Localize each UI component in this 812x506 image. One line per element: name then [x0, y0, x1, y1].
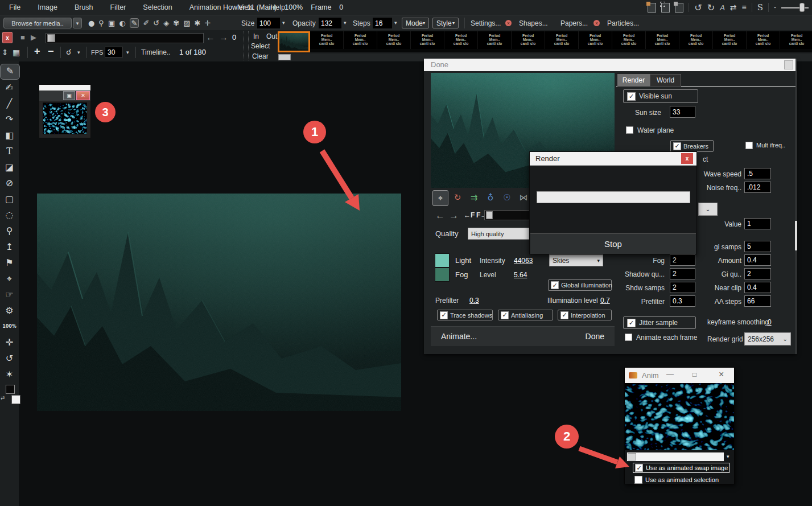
timeline-frame[interactable]: PeriodMem..canti slo [310, 31, 344, 49]
list-icon[interactable]: ≡ [742, 3, 747, 12]
opacity-dropdown[interactable]: ▾ [344, 20, 347, 26]
undo-stroke-tool-icon[interactable]: ↺ [0, 351, 19, 367]
prefilter-value[interactable]: 0.3 [469, 297, 479, 305]
clipboard-icon[interactable]: ▣ [108, 19, 115, 27]
grab-image-icon[interactable] [648, 3, 656, 13]
anim-titlebar[interactable]: Anim — □ × [625, 368, 734, 383]
value-field[interactable]: 1 [744, 218, 771, 229]
timeline-frame[interactable]: PeriodMem..canti slo [780, 31, 812, 49]
fps-field[interactable]: 30 [105, 47, 123, 57]
timeline-button[interactable]: Timeline.. [141, 48, 171, 56]
timeline-frame[interactable]: PeriodMem..canti slo [579, 31, 612, 49]
sun-size-field[interactable]: 33 [670, 106, 695, 118]
frame-scrollbar-handle[interactable] [278, 54, 291, 60]
panel-scrollbar-thumb[interactable] [795, 221, 797, 250]
skies-dropdown[interactable]: Skies▾ [549, 254, 603, 266]
pick-text-icon[interactable]: A [720, 3, 725, 12]
star-tool-icon[interactable]: ✶ [0, 367, 19, 382]
trace-shadows-checkbox[interactable]: ✓Trace shadows [437, 310, 493, 320]
prev-keyframe-icon[interactable]: ←F [464, 211, 475, 219]
swap-window-restore-button[interactable]: ▣ [63, 91, 75, 100]
paint-hand-tool-icon[interactable]: ✍ [0, 80, 19, 96]
brush-dot-icon[interactable]: ● [88, 19, 94, 27]
next-frame-icon[interactable]: → [219, 32, 228, 43]
lasso-tool-icon[interactable]: ⚲ [0, 223, 19, 239]
render-dialog-titlebar[interactable]: Render x [530, 152, 696, 166]
timeline-close-button[interactable]: x [2, 32, 13, 43]
redo-icon[interactable]: ↻ [707, 2, 715, 13]
stop-icon[interactable]: ■ [20, 33, 25, 42]
film-icon[interactable]: ▦ [13, 48, 20, 57]
shapes-button[interactable]: Shapes... [519, 19, 548, 27]
steps-field[interactable]: 16 [373, 18, 392, 28]
gear-tool-icon[interactable]: ⚙ [0, 303, 19, 319]
clear-button[interactable]: Clear [252, 52, 269, 60]
browse-media-button[interactable]: Browse for media.. [3, 18, 72, 28]
crosshair-icon[interactable]: ✛ [204, 19, 211, 27]
menu-selection[interactable]: Selection [142, 3, 173, 11]
undo-icon[interactable]: ↺ [694, 2, 702, 13]
out-button[interactable]: Out [266, 32, 277, 40]
curve-tool-icon[interactable]: ↷ [0, 112, 19, 127]
halftone-icon[interactable]: ◐ [119, 19, 125, 27]
frame-position-handle[interactable] [486, 211, 493, 219]
prev-frame-icon[interactable]: ← [206, 32, 215, 43]
asterisk-icon[interactable]: ✱ [194, 19, 200, 27]
prefilter-right-field[interactable]: 0.3 [670, 295, 695, 307]
pencil-box-icon[interactable]: ✎ [130, 18, 139, 28]
tab-world[interactable]: World [650, 74, 681, 87]
intensity-value[interactable]: 44063 [514, 257, 533, 265]
nav-prev-icon[interactable]: ← [435, 210, 445, 221]
spiral-icon[interactable]: ↺ [153, 19, 159, 27]
clone-target-tool-icon[interactable]: ⌖ [0, 271, 19, 287]
tab-render[interactable]: Render [617, 74, 650, 87]
mult-ifreq-checkbox[interactable] [745, 142, 753, 149]
polyline-tool-icon[interactable]: ╱ [0, 96, 19, 112]
swap-image-thumbnail[interactable] [43, 102, 87, 134]
level-value[interactable]: 5.64 [514, 271, 527, 279]
anim-maximize-button[interactable]: □ [693, 371, 696, 379]
anim-minimize-button[interactable]: — [666, 370, 674, 379]
near-clip-field[interactable]: 0.4 [744, 282, 771, 293]
slider-minus[interactable]: - [774, 3, 776, 11]
render-dialog-close-button[interactable]: x [681, 153, 693, 164]
timeline-frame[interactable]: PeriodMem..canti slo [545, 31, 579, 49]
timeline-frame[interactable]: PeriodMem..canti slo [478, 31, 512, 49]
size-dropdown[interactable]: ▾ [282, 20, 285, 26]
timeline-frame[interactable]: PeriodMem..canti slo [612, 31, 646, 49]
timeline-frame[interactable]: PeriodMem..canti slo [512, 31, 545, 49]
secondary-color-swatch[interactable] [11, 395, 20, 404]
pin-tool-icon[interactable]: ↥ [0, 239, 19, 255]
visible-sun-checkbox[interactable]: ✓ Visible sun [623, 89, 698, 103]
swap-window-titlebar[interactable] [39, 85, 90, 90]
lightbulb-dropdown[interactable]: ▾ [77, 50, 80, 55]
swap-colors-icon[interactable]: ⇄ [1, 395, 5, 401]
gi-samps-field[interactable]: 5 [744, 241, 771, 252]
camera-rotate-icon[interactable]: ↻ [450, 190, 465, 205]
keyframe-smoothing-value[interactable]: 0 [768, 318, 772, 326]
timeline-scrubber[interactable] [46, 33, 204, 43]
opacity-field[interactable]: 132 [319, 18, 341, 28]
steps-dropdown[interactable]: ▾ [394, 20, 397, 26]
settings-button[interactable]: Settings... [471, 19, 501, 27]
noise-freq-field[interactable]: .012 [744, 182, 771, 193]
papers-button[interactable]: Papers... [560, 19, 588, 27]
airbrush-tool-icon[interactable]: ✎ [0, 64, 20, 80]
gi-qu-field[interactable]: 2 [744, 268, 771, 279]
in-button[interactable]: In [253, 32, 259, 40]
camera-light-icon[interactable]: ⇉ [467, 190, 481, 205]
zoom-100-tool-icon[interactable]: 100% [0, 319, 19, 335]
camera-move-icon[interactable]: ⌖ [432, 190, 448, 206]
wave-speed-field[interactable]: .5 [744, 168, 771, 179]
timeline-frame[interactable]: PeriodMem..canti slo [713, 31, 747, 49]
done-button[interactable]: Done [586, 332, 604, 341]
interpolation-checkbox[interactable]: ✓Interpolation [558, 310, 612, 320]
add-frame-button[interactable]: + [34, 46, 40, 57]
timeline-frame[interactable]: PeriodMem..canti slo [747, 31, 780, 49]
rect-select-tool-icon[interactable]: ▢ [0, 191, 19, 207]
grab-selection-icon[interactable] [661, 3, 670, 13]
use-selection-checkbox[interactable]: Use as animated selection [633, 475, 729, 485]
animate-each-frame-checkbox[interactable] [625, 334, 632, 341]
illumination-level-value[interactable]: 0.7 [600, 297, 610, 305]
stop-button[interactable]: Stop [530, 233, 696, 254]
